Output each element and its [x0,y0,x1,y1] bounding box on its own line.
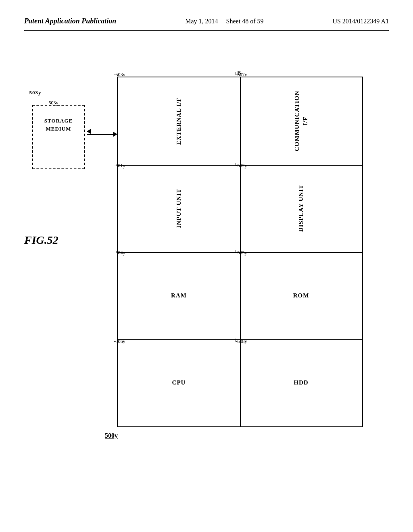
cell-rom: ROM [240,252,362,339]
ref-508y-hdd: └508y [234,339,247,345]
ref-502y-display: └502y [234,163,247,169]
communication-if-label: COMMUNICATIONI/F [293,91,310,151]
publication-title: Patent Application Publication [24,16,116,26]
ref-501y-input: └501y [112,163,125,169]
arrow-line-right [87,134,115,135]
cell-external-if: EXTERNAL I/F [118,77,240,165]
cell-display-unit: DISPLAY UNIT [240,165,362,252]
display-unit-label: DISPLAY UNIT [297,185,305,232]
cpu-label: CPU [172,379,186,386]
cell-ram: RAM [118,252,240,339]
ram-label: RAM [171,292,187,299]
ref-503y-ext: └503y [112,72,125,78]
page-header: Patent Application Publication May 1, 20… [24,16,389,31]
ref-506y-cpu: └506y [112,339,125,345]
ref-b-label: B [237,70,241,77]
ref-505y-rom: └505y [234,250,247,256]
ref-503y-storage: └503y [45,100,58,106]
ref-504y-ram: └504y [112,250,125,256]
cell-hdd: HDD [240,339,362,427]
storage-label-line2: MEDIUM [33,125,84,133]
patent-number: US 2014/0122349 A1 [332,16,389,27]
cell-communication-if: COMMUNICATIONI/F [240,77,362,165]
cell-cpu: CPU [118,339,240,427]
page: Patent Application Publication May 1, 20… [0,0,413,532]
diagram-area: 503y STORAGE MEDIUM └503y EXTERNAL I/F [24,64,387,500]
storage-medium-box [32,105,85,169]
ref-500y-main: 500y [105,432,118,439]
sheet-info: Sheet 48 of 59 [226,18,264,25]
input-unit-label: INPUT UNIT [175,189,183,228]
rom-label: ROM [293,292,309,299]
hdd-label: HDD [294,379,308,386]
arrowhead-left [87,129,91,134]
cell-input-unit: INPUT UNIT [118,165,240,252]
external-if-label: EXTERNAL I/F [175,98,183,145]
storage-label-line1: STORAGE [33,117,84,125]
header-center: May 1, 2014 Sheet 48 of 59 [185,16,263,27]
storage-ref-label: 503y [24,89,46,97]
storage-ref-number: 503y [29,89,42,96]
storage-medium-label: STORAGE MEDIUM [33,117,84,133]
publication-date: May 1, 2014 [185,18,218,25]
